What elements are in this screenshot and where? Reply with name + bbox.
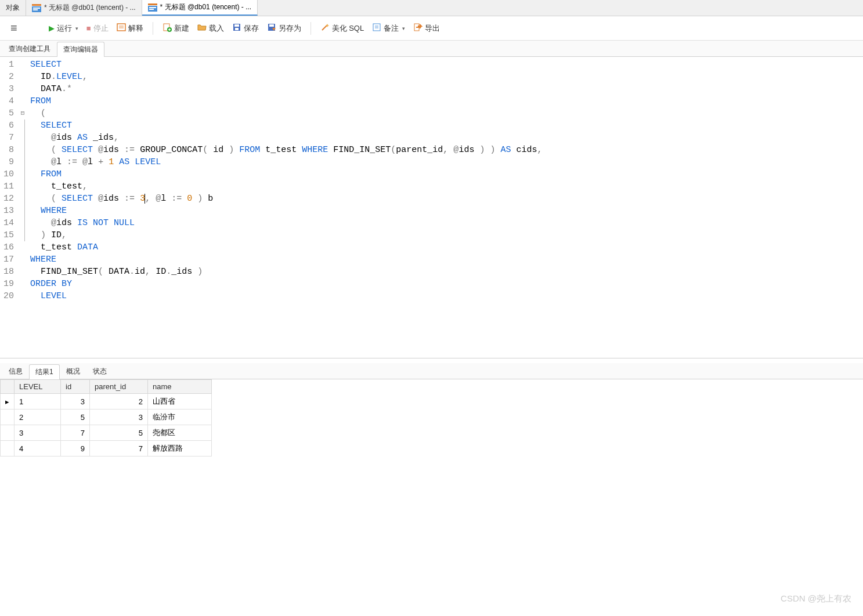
result-tabs: 信息 结果1 概况 状态 [0, 363, 863, 379]
beautify-button[interactable]: 美化 SQL [318, 21, 367, 35]
notes-button[interactable]: 备注 ▾ [370, 21, 407, 35]
col-id[interactable]: id [61, 380, 90, 394]
toolbar: ≡ ▶ 运行 ▾ ■ 停止 解释 新建 载入 保存 另存为 [0, 16, 863, 41]
new-button[interactable]: 新建 [160, 21, 192, 35]
svg-rect-4 [148, 3, 157, 5]
table-row[interactable]: 375尧都区 [1, 425, 212, 441]
load-button[interactable]: 载入 [195, 21, 226, 35]
col-name[interactable]: name [148, 380, 212, 394]
run-label: 运行 [57, 23, 72, 34]
sql-editor[interactable]: 1234567891011121314151617181920 ⊟ SELECT… [0, 57, 863, 358]
fold-column: ⊟ [19, 57, 27, 358]
tab-result1[interactable]: 结果1 [29, 364, 60, 379]
svg-rect-7 [149, 9, 154, 10]
new-icon [163, 23, 172, 34]
svg-rect-6 [149, 7, 156, 8]
notes-label: 备注 [384, 23, 399, 34]
tab-profile[interactable]: 概况 [60, 364, 86, 379]
top-tabs: 对象 * 无标题 @db01 (tencent) - ... * 无标题 @db… [0, 0, 863, 16]
save-button[interactable]: 保存 [230, 21, 261, 35]
save-icon [232, 23, 241, 34]
export-button[interactable]: 导出 [411, 21, 442, 35]
svg-rect-2 [33, 8, 40, 9]
export-icon [413, 23, 423, 34]
line-gutter: 1234567891011121314151617181920 [0, 57, 19, 358]
tab-objects[interactable]: 对象 [0, 0, 26, 16]
results-panel: 信息 结果1 概况 状态 LEVELidparent_idname ▸132山西… [0, 363, 863, 456]
export-label: 导出 [425, 23, 440, 34]
table-row[interactable]: 497解放西路 [1, 441, 212, 456]
save-label: 保存 [244, 23, 259, 34]
load-label: 载入 [209, 23, 224, 34]
explain-label: 解释 [128, 23, 143, 34]
objects-label: 对象 [6, 3, 20, 13]
tab-query-builder[interactable]: 查询创建工具 [2, 41, 57, 56]
explain-button[interactable]: 解释 [114, 21, 146, 35]
stop-icon: ■ [86, 24, 91, 32]
tab-query-2[interactable]: * 无标题 @db01 (tencent) - ... [142, 0, 258, 16]
table-row[interactable]: 253临汾市 [1, 410, 212, 425]
col-parent_id[interactable]: parent_id [90, 380, 148, 394]
svg-rect-0 [32, 4, 41, 6]
col-LEVEL[interactable]: LEVEL [15, 380, 61, 394]
explain-icon [117, 23, 126, 34]
save-as-icon [267, 23, 276, 34]
result-grid[interactable]: LEVELidparent_idname ▸132山西省253临汾市375尧都区… [0, 379, 212, 456]
tab-status[interactable]: 状态 [86, 364, 113, 379]
tab-1-label: * 无标题 @db01 (tencent) - ... [44, 3, 136, 13]
svg-rect-16 [234, 24, 239, 27]
beautify-label: 美化 SQL [332, 23, 364, 34]
tab-query-1[interactable]: * 无标题 @db01 (tencent) - ... [26, 0, 142, 16]
chevron-down-icon: ▾ [75, 26, 78, 31]
stop-button: ■ 停止 [84, 22, 111, 35]
run-button[interactable]: ▶ 运行 ▾ [46, 22, 81, 35]
wand-icon [320, 23, 330, 34]
tab-2-label: * 无标题 @db01 (tencent) - ... [160, 2, 252, 12]
svg-rect-21 [373, 24, 380, 31]
svg-rect-8 [117, 24, 125, 31]
svg-rect-17 [235, 28, 239, 30]
query-icon [148, 3, 157, 12]
save-as-button[interactable]: 另存为 [265, 21, 304, 35]
tab-query-editor[interactable]: 查询编辑器 [57, 42, 104, 57]
folder-open-icon [197, 23, 207, 34]
tab-info[interactable]: 信息 [2, 364, 29, 379]
play-icon: ▶ [49, 24, 55, 32]
editor-tabs: 查询创建工具 查询编辑器 [0, 41, 863, 57]
chevron-down-icon: ▾ [402, 26, 405, 31]
stop-label: 停止 [93, 23, 109, 34]
hamburger-icon[interactable]: ≡ [6, 21, 22, 35]
svg-rect-3 [33, 9, 38, 10]
separator [310, 22, 311, 35]
table-row[interactable]: ▸132山西省 [1, 394, 212, 410]
new-label: 新建 [174, 23, 189, 34]
svg-rect-19 [269, 24, 274, 27]
separator [153, 22, 153, 35]
query-icon [32, 4, 41, 12]
save-as-label: 另存为 [279, 23, 301, 34]
notes-icon [372, 23, 381, 34]
code-area[interactable]: SELECT ID.LEVEL, DATA.*FROM ( SELECT @id… [27, 57, 546, 358]
